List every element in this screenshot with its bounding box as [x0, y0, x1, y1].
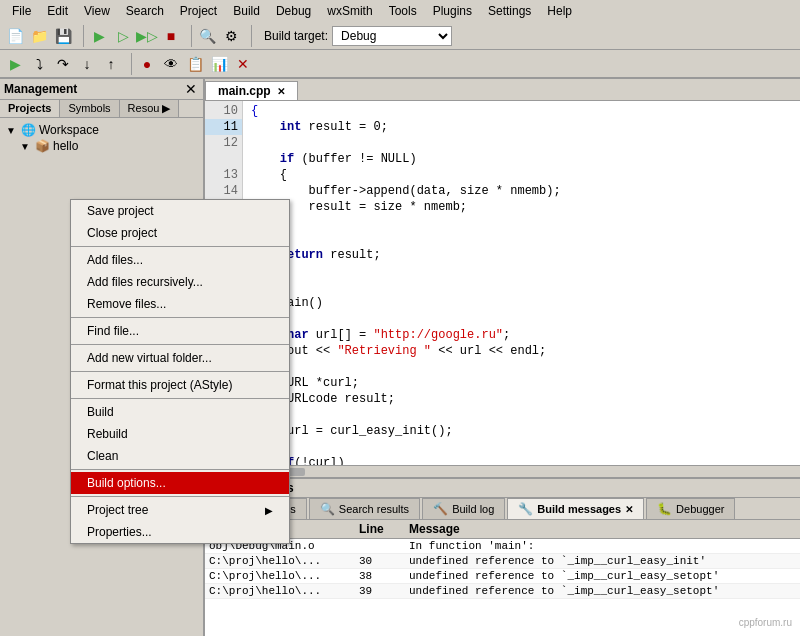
main-area: Management ✕ Projects Symbols Resou ▶ ▼ …: [0, 79, 800, 636]
menu-file[interactable]: File: [4, 2, 39, 20]
expand-project-icon: ▼: [20, 141, 32, 152]
ctx-build[interactable]: Build: [71, 401, 289, 423]
context-menu: Save project Close project Add files... …: [70, 199, 290, 544]
left-panel-header: Management ✕: [0, 79, 203, 100]
tab-debugger[interactable]: 🐛 Debugger: [646, 498, 735, 519]
menu-search[interactable]: Search: [118, 2, 172, 20]
tree-project[interactable]: ▼ 📦 hello: [4, 138, 199, 154]
ctx-add-files-recursive[interactable]: Add files recursively...: [71, 271, 289, 293]
build-target-select[interactable]: Debug Release: [332, 26, 452, 46]
ctx-sep4: [71, 371, 289, 372]
code-line-result-assign: result = size * nmemb;: [251, 199, 792, 215]
new-file-btn[interactable]: 📄: [4, 25, 26, 47]
run-btn[interactable]: ▷: [112, 25, 134, 47]
tab-resources[interactable]: Resou ▶: [120, 100, 180, 117]
menu-build[interactable]: Build: [225, 2, 268, 20]
ctx-add-virtual-folder[interactable]: Add new virtual folder...: [71, 347, 289, 369]
step-into-btn[interactable]: ↓: [76, 53, 98, 75]
menu-edit[interactable]: Edit: [39, 2, 76, 20]
code-editor[interactable]: 10 11 12 13 14 15 16 17 18 19 20 21 22 2…: [205, 101, 800, 465]
search-tab-label: Search results: [339, 503, 409, 515]
code-line-int-main: int main(): [251, 295, 792, 311]
ctx-sep3: [71, 344, 289, 345]
row2-file: C:\proj\hello\...: [209, 555, 359, 567]
watches-btn[interactable]: 👁: [160, 53, 182, 75]
project-icon: 📦: [35, 139, 50, 153]
memory-btn[interactable]: 📊: [208, 53, 230, 75]
tab-search-results[interactable]: 🔍 Search results: [309, 498, 420, 519]
ctx-project-tree[interactable]: Project tree ▶: [71, 499, 289, 521]
menu-help[interactable]: Help: [539, 2, 580, 20]
menu-plugins[interactable]: Plugins: [425, 2, 480, 20]
row2-message: undefined reference to `_imp__curl_easy_…: [409, 555, 796, 567]
row4-message: undefined reference to `_imp__curl_easy_…: [409, 585, 796, 597]
table-row: C:\proj\hello\... 30 undefined reference…: [205, 554, 800, 569]
debug-btn[interactable]: ▶: [4, 53, 26, 75]
code-content[interactable]: { int result = 0; if (buffer != NULL) { …: [243, 101, 800, 465]
save-btn[interactable]: 💾: [52, 25, 74, 47]
sep4: [126, 53, 132, 75]
close-buildmsg-tab[interactable]: ✕: [625, 504, 633, 515]
menu-tools[interactable]: Tools: [381, 2, 425, 20]
code-tab-main-cpp[interactable]: main.cpp ✕: [205, 81, 298, 100]
ctx-properties[interactable]: Properties...: [71, 521, 289, 543]
watermark: cppforum.ru: [739, 617, 792, 628]
left-panel-close-btn[interactable]: ✕: [183, 81, 199, 97]
ctx-save-project[interactable]: Save project: [71, 200, 289, 222]
table-header: File Line Message: [205, 520, 800, 539]
ctx-remove-files[interactable]: Remove files...: [71, 293, 289, 315]
menu-settings[interactable]: Settings: [480, 2, 539, 20]
ctx-format-project[interactable]: Format this project (AStyle): [71, 374, 289, 396]
code-h-scrollbar[interactable]: [205, 465, 800, 477]
breakpoint-btn[interactable]: ●: [136, 53, 158, 75]
stop-btn[interactable]: ■: [160, 25, 182, 47]
toolbar-row-1: 📄 📁 💾 ▶ ▷ ▶▷ ■ 🔍 ⚙ Build target: Debug R…: [0, 22, 800, 50]
code-line-char-url: char url[] = "http://google.ru";: [251, 327, 792, 343]
buildmsg-tab-icon: 🔧: [518, 502, 533, 516]
run-to-cursor-btn[interactable]: ⤵: [28, 53, 50, 75]
code-line-bracket2: {: [251, 167, 792, 183]
ctx-sep1: [71, 246, 289, 247]
cpu-btn[interactable]: ✕: [232, 53, 254, 75]
code-line-append: buffer->append(data, size * nmemb);: [251, 183, 792, 199]
code-line-curlcode: CURLcode result;: [251, 391, 792, 407]
find-btn[interactable]: 🔍: [196, 25, 218, 47]
build-target-label: Build target:: [264, 29, 328, 43]
buildrun-btn[interactable]: ▶▷: [136, 25, 158, 47]
ctx-build-options[interactable]: Build options...: [71, 472, 289, 494]
menu-project[interactable]: Project: [172, 2, 225, 20]
code-line-blank5: [251, 407, 792, 423]
code-line-bracket3: }: [251, 215, 792, 231]
menu-wxsmith[interactable]: wxSmith: [319, 2, 380, 20]
build-btn[interactable]: ▶: [88, 25, 110, 47]
step-out-btn[interactable]: ↑: [100, 53, 122, 75]
ctx-clean[interactable]: Clean: [71, 445, 289, 467]
ctx-add-files[interactable]: Add files...: [71, 249, 289, 271]
sep1: [78, 25, 84, 47]
row3-line: 38: [359, 570, 409, 582]
settings-btn[interactable]: ⚙: [220, 25, 242, 47]
bottom-panel: Logs & others ⚙ Code::Blocks 🔍 Search re…: [205, 477, 800, 636]
menu-view[interactable]: View: [76, 2, 118, 20]
next-line-btn[interactable]: ↷: [52, 53, 74, 75]
tab-build-log[interactable]: 🔨 Build log: [422, 498, 505, 519]
ctx-find-file[interactable]: Find file...: [71, 320, 289, 342]
row3-file: C:\proj\hello\...: [209, 570, 359, 582]
code-tab-filename: main.cpp: [218, 84, 271, 98]
ctx-rebuild[interactable]: Rebuild: [71, 423, 289, 445]
tab-build-messages[interactable]: 🔧 Build messages ✕: [507, 498, 644, 519]
ln-14: 14: [205, 183, 242, 199]
row4-file: C:\proj\hello\...: [209, 585, 359, 597]
tab-symbols[interactable]: Symbols: [60, 100, 119, 117]
row1-line: [359, 540, 409, 552]
table-row: C:\proj\hello\... 39 undefined reference…: [205, 584, 800, 599]
callstack-btn[interactable]: 📋: [184, 53, 206, 75]
toolbar-row-2: ▶ ⤵ ↷ ↓ ↑ ● 👁 📋 📊 ✕: [0, 50, 800, 78]
tree-workspace[interactable]: ▼ 🌐 Workspace: [4, 122, 199, 138]
close-tab-icon[interactable]: ✕: [277, 86, 285, 97]
open-btn[interactable]: 📁: [28, 25, 50, 47]
table-body: obj\Debug\main.o In function 'main': C:\…: [205, 539, 800, 599]
tab-projects[interactable]: Projects: [0, 100, 60, 117]
ctx-close-project[interactable]: Close project: [71, 222, 289, 244]
menu-debug[interactable]: Debug: [268, 2, 319, 20]
